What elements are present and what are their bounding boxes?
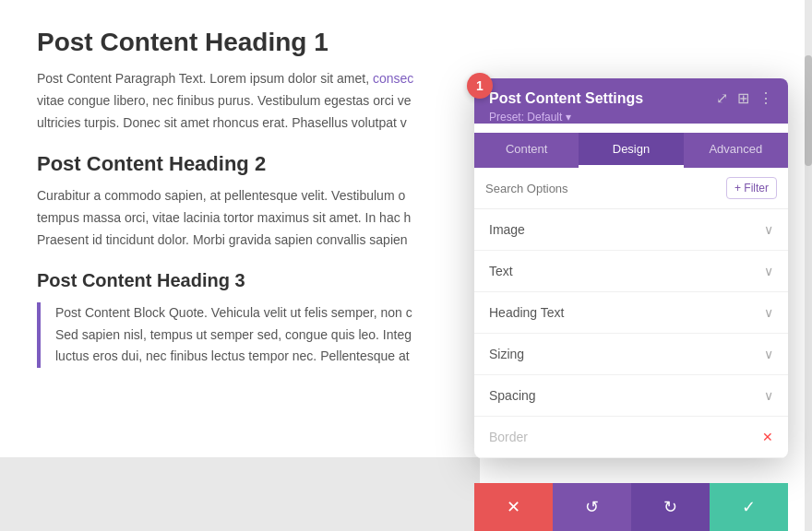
section-spacing-label: Spacing bbox=[489, 388, 536, 403]
section-border-chevron: ✕ bbox=[762, 430, 773, 444]
search-input[interactable] bbox=[485, 182, 726, 195]
filter-button[interactable]: + Filter bbox=[726, 177, 777, 199]
section-border-label: Border bbox=[489, 430, 528, 444]
section-text-chevron: ∨ bbox=[764, 264, 773, 278]
save-button[interactable]: ✓ bbox=[710, 483, 788, 531]
badge-number: 1 bbox=[467, 73, 493, 99]
preset-label[interactable]: Preset: Default ▾ bbox=[489, 111, 571, 124]
tab-design[interactable]: Design bbox=[579, 133, 683, 168]
section-heading-text-label: Heading Text bbox=[489, 305, 564, 320]
heading-1: Post Content Heading 1 bbox=[37, 28, 775, 57]
section-image-label: Image bbox=[489, 222, 525, 237]
section-heading-text-chevron: ∨ bbox=[764, 305, 773, 320]
settings-panel: Post Content Settings ⤢ ⊞ ⋮ Preset: Defa… bbox=[474, 78, 788, 458]
cancel-button[interactable]: ✕ bbox=[474, 483, 553, 531]
panel-header-top: Post Content Settings ⤢ ⊞ ⋮ bbox=[489, 89, 773, 107]
redo-button[interactable]: ↻ bbox=[631, 483, 710, 531]
panel-search: + Filter bbox=[474, 168, 788, 209]
scrollbar-thumb[interactable] bbox=[805, 55, 812, 166]
columns-icon[interactable]: ⊞ bbox=[737, 89, 749, 107]
section-sizing-chevron: ∨ bbox=[764, 347, 773, 361]
section-image-chevron: ∨ bbox=[764, 222, 773, 237]
scrollbar[interactable] bbox=[805, 0, 812, 531]
undo-button[interactable]: ↺ bbox=[553, 483, 631, 531]
panel-header-icons: ⤢ ⊞ ⋮ bbox=[716, 89, 773, 107]
section-heading-text[interactable]: Heading Text ∨ bbox=[474, 292, 788, 334]
tab-content[interactable]: Content bbox=[474, 133, 579, 168]
section-border[interactable]: Border ✕ bbox=[474, 417, 788, 458]
resize-icon[interactable]: ⤢ bbox=[716, 89, 728, 107]
section-text[interactable]: Text ∨ bbox=[474, 251, 788, 292]
section-image[interactable]: Image ∨ bbox=[474, 209, 788, 251]
section-sizing[interactable]: Sizing ∨ bbox=[474, 334, 788, 375]
section-sizing-label: Sizing bbox=[489, 347, 524, 361]
section-spacing[interactable]: Spacing ∨ bbox=[474, 375, 788, 417]
more-icon[interactable]: ⋮ bbox=[758, 89, 773, 107]
panel-preset: Preset: Default ▾ bbox=[489, 111, 773, 124]
section-text-label: Text bbox=[489, 264, 513, 278]
tab-advanced[interactable]: Advanced bbox=[684, 133, 788, 168]
panel-header: Post Content Settings ⤢ ⊞ ⋮ Preset: Defa… bbox=[474, 78, 788, 124]
bottom-area bbox=[0, 457, 480, 531]
panel-tabs: Content Design Advanced bbox=[474, 133, 788, 168]
content-link[interactable]: consec bbox=[373, 71, 413, 86]
action-bar: ✕ ↺ ↻ ✓ bbox=[474, 483, 788, 531]
section-spacing-chevron: ∨ bbox=[764, 388, 773, 403]
panel-title: Post Content Settings bbox=[489, 90, 643, 107]
